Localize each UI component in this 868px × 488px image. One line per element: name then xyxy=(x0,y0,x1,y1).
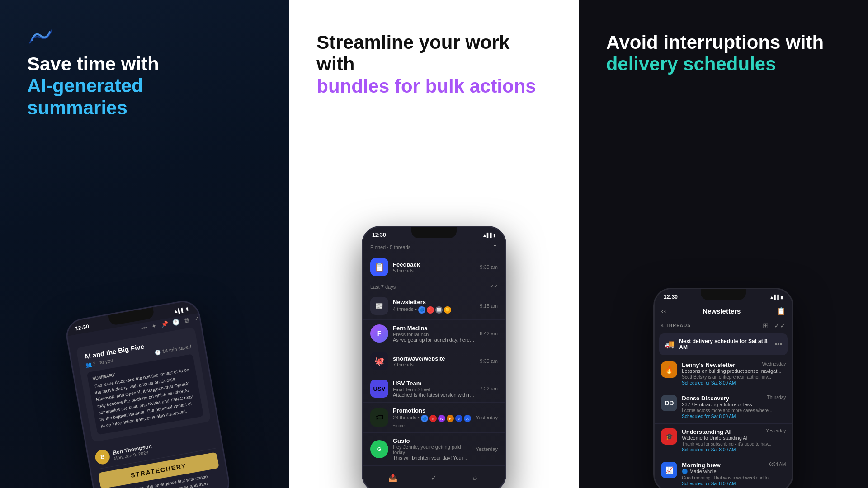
status-time: 12:30 xyxy=(75,323,90,332)
promotions-name: Promotions xyxy=(393,407,471,414)
dense-subject: 237 / Embracing a future of less xyxy=(682,402,786,407)
uai-name: Understanding AI xyxy=(682,428,731,435)
panel3-headline: Avoid interruptions with delivery schedu… xyxy=(579,27,868,75)
usv-subject: Final Term Sheet xyxy=(393,387,475,392)
nl-item-dense[interactable]: DD Dense Discovery Thursday 237 / Embrac… xyxy=(655,390,792,424)
feedback-icon: 📋 xyxy=(370,258,388,276)
feedback-thread[interactable]: 📋 Feedback 5 threads 9:39 am xyxy=(363,253,505,281)
usv-time: 7:22 am xyxy=(480,386,498,391)
nl-item-brew[interactable]: 📈 Morning brew 6:54 AM 🔵 Made whole Good… xyxy=(655,457,792,488)
brew-info: Morning brew 6:54 AM 🔵 Made whole Good m… xyxy=(682,462,786,486)
lenny-name: Lenny's Newsletter xyxy=(682,361,735,368)
fern-info: Fern Medina Press for launch As we gear … xyxy=(393,325,475,343)
toolbar-actions: ⊞ ✓✓ xyxy=(763,321,786,330)
promotions-thread[interactable]: 🏷 Promotions 23 threads • 🔵 N W P M A +m… xyxy=(363,403,505,433)
feedback-time: 9:39 am xyxy=(480,264,498,270)
bottom-nav: 📥 ✓ ⌕ xyxy=(363,465,505,488)
fern-subject: Press for launch xyxy=(393,332,475,337)
shortwave-icon: 🐙 xyxy=(370,352,388,370)
delivery-text: Next delivery schedule for Sat at 8 AM xyxy=(679,338,770,351)
panel2-headline: Streamline your work with bundles for bu… xyxy=(289,27,578,97)
delivery-more-icon[interactable]: ••• xyxy=(775,340,783,348)
gusto-subject: Hey Jennie, you're getting paid today xyxy=(393,444,471,455)
usv-info: USV Team Final Term Sheet Attached is th… xyxy=(393,380,475,398)
uai-avatar: 🎓 xyxy=(661,428,677,445)
compose-icon[interactable]: 📋 xyxy=(777,307,786,315)
phone3-notch xyxy=(701,289,746,300)
dense-avatar: DD xyxy=(661,395,677,411)
lenny-avatar: 🔥 xyxy=(661,361,677,378)
sender-avatar: B xyxy=(94,449,111,465)
phone1-body: AI and the Big Five 👥 2 to you 🕐 14 min … xyxy=(70,326,231,488)
brew-sched: Scheduled for Sat 8:00 AM xyxy=(682,481,786,486)
promotions-count: 23 threads xyxy=(393,415,416,422)
gusto-preview: This will brighten your day! You're gett… xyxy=(393,455,471,460)
delivery-banner[interactable]: 🚚 Next delivery schedule for Sat at 8 AM… xyxy=(659,333,788,355)
fern-name: Fern Medina xyxy=(393,325,475,332)
filter-icon[interactable]: ✓✓ xyxy=(774,321,786,330)
dense-name: Dense Discovery xyxy=(682,395,729,402)
promotions-time: Yesterday xyxy=(476,415,498,420)
lenny-info: Lenny's Newsletter Wednesday Lessons on … xyxy=(682,361,786,385)
back-button[interactable]: ‹‹ xyxy=(661,306,666,316)
uai-time: Yesterday xyxy=(766,428,786,435)
newsletters-thread[interactable]: 📰 Newsletters 4 threads • 🔵 🔴 ⬜ 🟡 9:15 a… xyxy=(363,292,505,320)
brew-avatar: 📈 xyxy=(661,462,677,478)
threads-toolbar: 4 THREADS ⊞ ✓✓ xyxy=(655,319,792,332)
lenny-time: Wednesday xyxy=(762,361,786,368)
headline-accent-line2: summaries xyxy=(27,97,127,118)
lenny-preview: Scott Belsky is an entrepreneur, author,… xyxy=(682,375,786,380)
panel3-headline-line1: Avoid interruptions with xyxy=(606,32,824,53)
dense-sched: Scheduled for Sat 8:00 AM xyxy=(682,414,786,419)
nav-search[interactable]: ⌕ xyxy=(468,470,482,485)
sender-info: Ben Thompson Mon, Jan 9, 2023 xyxy=(112,443,153,461)
headline-accent-line: AI-generated xyxy=(27,75,143,96)
phone3-time: 12:30 xyxy=(664,294,678,300)
uai-info: Understanding AI Yesterday Welcome to Un… xyxy=(682,428,786,452)
brew-preview: Good morning. That was a wild weekend fo… xyxy=(682,475,786,480)
fern-thread[interactable]: F Fern Medina Press for launch As we gea… xyxy=(363,320,505,347)
uai-sched: Scheduled for Sat 8:00 AM xyxy=(682,447,786,452)
dense-preview: I come across more and more cases where.… xyxy=(682,408,786,413)
newsletters-time: 9:15 am xyxy=(480,303,498,309)
shortwave-count: 7 threads xyxy=(393,362,475,367)
panel2-headline-accent: bundles for bulk actions xyxy=(316,75,536,97)
nav-inbox[interactable]: 📥 xyxy=(386,470,400,485)
p3-header: ‹‹ Newsletters 📋 xyxy=(655,303,792,319)
headline-line1: Save time with xyxy=(27,53,159,75)
nav-check[interactable]: ✓ xyxy=(427,470,441,485)
usv-thread[interactable]: USV USV Team Final Term Sheet Attached i… xyxy=(363,375,505,403)
threads-count: 4 THREADS xyxy=(661,323,691,328)
nl-item-uai[interactable]: 🎓 Understanding AI Yesterday Welcome to … xyxy=(655,424,792,457)
phone2-notch xyxy=(411,227,457,238)
gusto-thread[interactable]: G Gusto Hey Jennie, you're getting paid … xyxy=(363,433,505,465)
usv-name: USV Team xyxy=(393,380,475,387)
phone-mockup-2: 12:30 ▲▌▌▮ Pinned · 5 threads ⌃ 📋 Feedba… xyxy=(289,226,578,488)
shortwave-info: shortwave/website 7 threads xyxy=(393,355,475,367)
usv-icon: USV xyxy=(370,380,388,398)
shortwave-thread[interactable]: 🐙 shortwave/website 7 threads 9:39 am xyxy=(363,347,505,375)
panel3-headline-accent: delivery schedules xyxy=(606,53,776,75)
lenny-subject: Lessons on building product sense, navig… xyxy=(682,368,786,374)
panel-3: Avoid interruptions with delivery schedu… xyxy=(579,0,868,488)
brew-time: 6:54 AM xyxy=(769,462,786,469)
promotions-info: Promotions 23 threads • 🔵 N W P M A +mor… xyxy=(393,407,471,428)
promotions-icon: 🏷 xyxy=(370,408,388,427)
newsletters-icon: 📰 xyxy=(370,297,388,315)
email-card: AI and the Big Five 👥 2 to you 🕐 14 min … xyxy=(76,327,211,442)
phone-mockup-3: 12:30 ▲▌▌▮ ‹‹ Newsletters 📋 4 THREADS ⊞ … xyxy=(579,288,868,488)
lenny-sched: Scheduled for Sat 8:00 AM xyxy=(682,380,786,385)
gusto-avatar: G xyxy=(370,440,388,458)
brew-name: Morning brew xyxy=(682,462,720,469)
newsletters-title: Newsletters xyxy=(666,307,777,315)
panel-2: Streamline your work with bundles for bu… xyxy=(289,0,579,488)
nl-item-lenny[interactable]: 🔥 Lenny's Newsletter Wednesday Lessons o… xyxy=(655,357,792,390)
multi-select-icon[interactable]: ⊞ xyxy=(763,321,769,330)
uai-preview: Thank you for subscribing - it's good to… xyxy=(682,441,786,446)
dense-info: Dense Discovery Thursday 237 / Embracing… xyxy=(682,395,786,419)
fern-avatar: F xyxy=(370,324,388,343)
shortwave-name: shortwave/website xyxy=(393,355,475,362)
uai-subject: Welcome to Understanding AI xyxy=(682,435,786,441)
shortwave-time: 9:39 am xyxy=(480,358,498,364)
phone2-time: 12:30 xyxy=(372,232,386,238)
